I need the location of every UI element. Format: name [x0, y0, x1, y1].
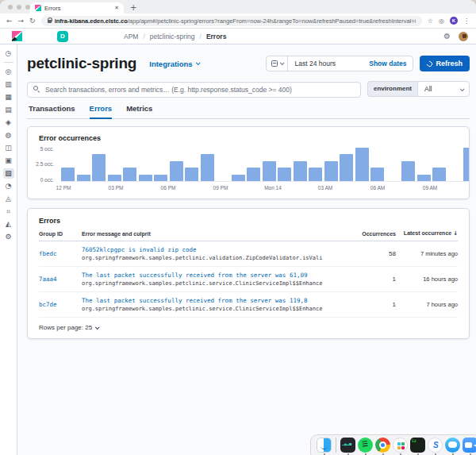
errors-table-card: Errors Group ID Error message and culpri…: [27, 208, 470, 339]
browser-menu-icon[interactable]: ⋮: [463, 17, 470, 25]
new-tab-button[interactable]: +: [130, 4, 136, 12]
reload-icon[interactable]: ↻: [29, 17, 36, 25]
refresh-button[interactable]: Refresh: [420, 56, 470, 71]
lock-icon: [48, 20, 52, 23]
breadcrumb-separator: /: [200, 33, 202, 40]
management-icon[interactable]: ⚙: [3, 232, 14, 242]
breadcrumb-separator: /: [143, 33, 144, 40]
time-range-value[interactable]: Last 24 hours: [288, 60, 336, 67]
bookmark-star-icon[interactable]: ☆: [428, 17, 433, 25]
tab-errors[interactable]: Errors: [90, 104, 113, 119]
chart-bar: [463, 148, 470, 181]
apm-icon[interactable]: ▧: [3, 168, 14, 179]
maximize-window-button[interactable]: [25, 5, 30, 10]
extension-icon[interactable]: ◎: [439, 17, 444, 25]
siem-icon[interactable]: ◬: [3, 194, 14, 204]
environment-select[interactable]: All: [417, 81, 470, 97]
browser-profile-avatar[interactable]: K: [450, 17, 458, 25]
tab-metrics[interactable]: Metrics: [126, 104, 152, 118]
chart-bar: [247, 168, 260, 181]
minimize-window-button[interactable]: [17, 5, 21, 10]
integrations-link[interactable]: Integrations: [149, 60, 198, 68]
back-icon[interactable]: ←: [6, 17, 13, 25]
y-tick-label: 2.5 occ.: [36, 161, 54, 167]
dashboard-icon[interactable]: ▦: [3, 92, 14, 102]
url-bar[interactable]: infra-kibana.eden.elstc.co/app/apm#/petc…: [41, 16, 422, 26]
chart-bar: [432, 168, 446, 181]
metrics-icon[interactable]: ◫: [3, 143, 14, 153]
integrations-label: Integrations: [149, 60, 192, 68]
forward-icon[interactable]: →: [18, 17, 25, 25]
dock-terminal-icon[interactable]: [340, 438, 355, 455]
tab-close-icon[interactable]: ✕: [114, 5, 119, 11]
chart-bar: [139, 175, 152, 181]
url-path: /app/apm#/petclinic-spring/errors?rangeF…: [128, 17, 416, 25]
browser-tab[interactable]: Errors ✕: [30, 2, 124, 13]
occurrences-value: 58: [336, 250, 396, 257]
chart-bar: [185, 168, 198, 181]
error-group-link[interactable]: bc7de: [39, 301, 75, 308]
chart-bar: [77, 175, 90, 181]
dock-spotify-icon[interactable]: [358, 438, 373, 455]
chart-bar: [294, 161, 307, 181]
dock-zoom-icon[interactable]: [463, 438, 476, 455]
error-group-link[interactable]: 7aaa4: [39, 276, 75, 283]
error-message-link[interactable]: The last packet successfully received fr…: [82, 272, 329, 279]
col-message[interactable]: Error message and culprit: [82, 231, 329, 237]
dock-s-app-icon[interactable]: [428, 438, 443, 455]
chart-bar: [324, 161, 338, 181]
canvas-icon[interactable]: ▤: [3, 105, 14, 115]
machine-learning-icon[interactable]: ◍: [3, 130, 14, 141]
error-occurrences-plot[interactable]: [61, 148, 469, 182]
visualize-icon[interactable]: ▥: [3, 79, 14, 90]
col-latest-occurrence[interactable]: Latest occurrence ↓: [402, 230, 458, 237]
discover-icon[interactable]: ◎: [3, 67, 14, 77]
uptime-icon[interactable]: ◔: [3, 181, 14, 191]
dock-divider: [336, 438, 336, 453]
error-occurrences-chart: 5 occ. 2.5 occ. 0 occ. 12 PM03 PM06 PM09…: [28, 148, 469, 193]
search-input[interactable]: [27, 82, 361, 98]
chevron-down-icon: [280, 60, 285, 65]
space-avatar[interactable]: D: [57, 31, 68, 42]
kibana-favicon: [35, 5, 41, 11]
chevron-down-icon: [196, 60, 201, 65]
page-header-row: petclinic-spring Integrations Last 24 ho…: [27, 53, 470, 74]
error-message-cell: The last packet successfully received fr…: [82, 297, 329, 312]
x-tick-label: 12 PM: [56, 185, 71, 191]
x-tick-label: 09 AM: [423, 185, 437, 191]
calendar-menu-button[interactable]: [267, 56, 288, 71]
error-culprit: org.springframework.samples.petclinic.va…: [82, 255, 329, 261]
tab-transactions[interactable]: Transactions: [29, 104, 75, 118]
close-window-button[interactable]: [8, 5, 13, 10]
dock-finder-icon[interactable]: [317, 438, 332, 455]
breadcrumb-service[interactable]: petclinic-spring: [150, 33, 195, 40]
maps-icon[interactable]: ◈: [3, 118, 14, 128]
kibana-logo[interactable]: [12, 31, 22, 41]
error-group-link[interactable]: fbedc: [39, 250, 75, 257]
dev-tools-icon[interactable]: ⌗: [3, 206, 14, 217]
chart-bar: [370, 168, 384, 181]
rows-per-page[interactable]: Rows per page: 25: [39, 318, 458, 331]
y-tick-label: 5 occ.: [40, 146, 54, 152]
dock-chrome-icon[interactable]: [375, 438, 390, 455]
error-message-link[interactable]: 76052klcpgpc is invalid zip code: [82, 246, 329, 253]
col-occurrences[interactable]: Occurrences: [336, 231, 396, 237]
show-dates-link[interactable]: Show dates: [369, 60, 413, 67]
deployment-icon[interactable]: ⚙: [443, 33, 451, 40]
logs-icon[interactable]: ▣: [3, 156, 14, 166]
user-avatar[interactable]: [459, 32, 468, 41]
search-icon: [33, 86, 38, 91]
recently-viewed-icon[interactable]: ◷: [3, 48, 14, 59]
chevron-down-icon: [460, 87, 465, 91]
dock-messages-icon[interactable]: [445, 438, 460, 455]
sidebar-divider: [4, 62, 13, 63]
browser-tab-strip: Errors ✕ +: [0, 0, 476, 13]
dock-activity-terminal-icon[interactable]: [410, 438, 425, 455]
col-group-id[interactable]: Group ID: [39, 231, 75, 237]
breadcrumb: APM / petclinic-spring / Errors: [124, 33, 226, 40]
stack-monitoring-icon[interactable]: ◭: [3, 219, 14, 229]
error-message-link[interactable]: The last packet successfully received fr…: [82, 297, 329, 304]
breadcrumb-apm[interactable]: APM: [124, 33, 138, 40]
dock-slack-icon[interactable]: [393, 438, 408, 455]
x-tick-label: 06 AM: [370, 185, 385, 191]
